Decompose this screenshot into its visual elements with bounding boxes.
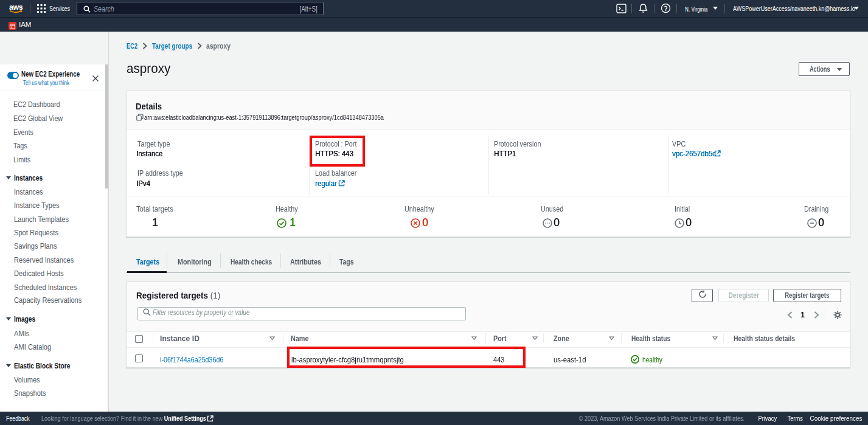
svg-text:aws: aws: [9, 3, 23, 12]
